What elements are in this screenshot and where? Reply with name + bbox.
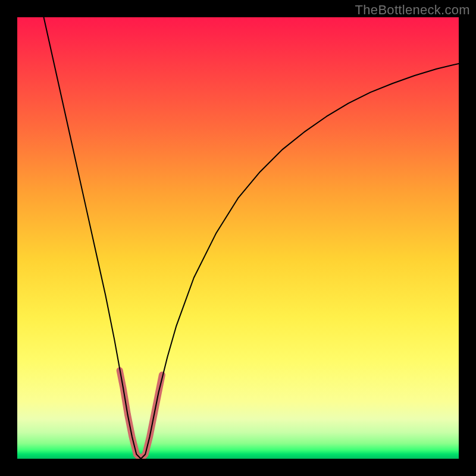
curve-layer: [17, 17, 459, 459]
curve-highlight: [120, 371, 162, 459]
plot-frame: [17, 17, 459, 459]
watermark-text: TheBottleneck.com: [355, 2, 470, 18]
curve-main: [44, 17, 459, 459]
chart-container: TheBottleneck.com: [0, 0, 476, 476]
